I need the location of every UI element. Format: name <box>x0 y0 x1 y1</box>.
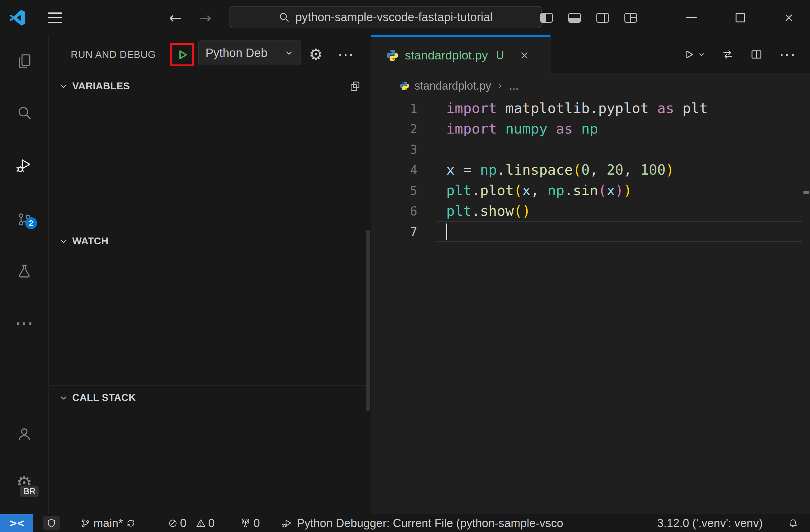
sidebar-title: RUN AND DEBUG <box>71 35 156 74</box>
search-box[interactable]: python-sample-vscode-fastapi-tutorial <box>229 6 541 28</box>
line-number[interactable]: 7 <box>371 225 417 239</box>
notifications-button[interactable] <box>788 514 798 532</box>
vscode-logo-icon <box>9 9 26 27</box>
run-python-file-button[interactable] <box>683 49 706 61</box>
split-editor-icon[interactable] <box>750 48 763 61</box>
watch-section-header[interactable]: WATCH <box>49 229 371 253</box>
git-untracked-marker: U <box>496 49 504 62</box>
search-icon <box>278 12 290 23</box>
code-text <box>437 139 802 160</box>
radio-tower-icon <box>240 518 250 528</box>
source-control-badge: 2 <box>25 217 37 229</box>
more-views-icon[interactable]: ⋯ <box>0 310 48 335</box>
line-number[interactable]: 1 <box>371 101 417 116</box>
shield-icon <box>43 516 60 530</box>
code-line[interactable]: 2import numpy as np <box>371 119 810 139</box>
start-debugging-button[interactable] <box>171 43 194 66</box>
problems-status[interactable]: 0 0 <box>168 514 214 532</box>
overview-ruler-cursor-mark <box>804 191 809 194</box>
chevron-down-icon <box>59 82 68 90</box>
branch-name: main* <box>94 517 123 530</box>
code-line[interactable]: 4x = np.linspace(0, 20, 100) <box>371 160 810 180</box>
debug-more-actions-icon[interactable]: ⋯ <box>338 35 354 74</box>
variables-section-header[interactable]: VARIABLES <box>49 74 371 98</box>
call-stack-section-header[interactable]: CALL STACK <box>49 385 371 410</box>
debug-settings-gear-icon[interactable]: ⚙ <box>309 35 323 74</box>
toggle-secondary-sidebar-icon[interactable] <box>596 13 609 23</box>
python-version-text: 3.12.0 ('.venv': venv) <box>657 517 763 530</box>
search-view-icon[interactable] <box>0 100 48 125</box>
line-number[interactable]: 2 <box>371 122 417 136</box>
remote-icon: >< <box>9 517 24 529</box>
tab-standardplot[interactable]: standardplot.py U <box>371 35 551 74</box>
debug-config-dropdown[interactable]: Python Deb <box>198 40 301 65</box>
text-cursor <box>446 223 447 240</box>
activity-bar: 2 ⋯ ⚙ BR <box>0 35 49 514</box>
error-icon <box>168 519 178 528</box>
close-tab-icon[interactable] <box>519 50 530 61</box>
forward-arrow-icon[interactable]: → <box>198 9 212 27</box>
debugger-status-text: Python Debugger: Current File (python-sa… <box>297 517 563 530</box>
code-text: x = np.linspace(0, 20, 100) <box>437 160 802 180</box>
open-changes-icon[interactable] <box>722 48 734 61</box>
code-area[interactable]: 1import matplotlib.pyplot as plt2import … <box>371 98 810 514</box>
git-branch-icon <box>80 518 90 528</box>
python-file-icon <box>400 81 409 91</box>
editor-actions: ⋯ <box>683 35 810 73</box>
line-number[interactable]: 4 <box>371 163 417 177</box>
call-stack-panel-body <box>49 410 371 514</box>
watch-panel-body <box>49 253 371 385</box>
status-bar: >< main* <box>0 514 810 532</box>
code-line[interactable]: 3 <box>371 139 810 160</box>
breadcrumb-symbols[interactable]: ... <box>509 79 519 93</box>
toggle-sidebar-icon[interactable] <box>540 13 553 23</box>
code-text: import numpy as np <box>437 119 802 139</box>
section-label: CALL STACK <box>72 392 136 403</box>
code-text: plt.plot(x, np.sin(x)) <box>437 180 802 201</box>
testing-icon[interactable] <box>0 259 48 284</box>
source-control-icon[interactable]: 2 <box>0 207 48 232</box>
account-icon[interactable] <box>0 421 48 446</box>
chevron-right-icon <box>496 82 504 90</box>
editor-more-actions-icon[interactable]: ⋯ <box>779 46 796 63</box>
chevron-down-icon <box>59 394 68 402</box>
ports-status[interactable]: 0 <box>240 514 260 532</box>
customize-layout-icon[interactable] <box>625 13 637 23</box>
explorer-icon[interactable] <box>0 49 48 73</box>
editor-group: standardplot.py U <box>371 35 810 514</box>
menu-icon[interactable] <box>48 13 62 23</box>
maximize-button[interactable] <box>731 0 749 35</box>
code-text: import matplotlib.pyplot as plt <box>437 98 802 119</box>
line-number[interactable]: 6 <box>371 204 417 218</box>
breadcrumbs: standardplot.py ... <box>371 74 810 98</box>
close-button[interactable] <box>779 0 798 35</box>
breadcrumb-file[interactable]: standardplot.py <box>415 79 491 93</box>
code-line[interactable]: 6plt.show() <box>371 201 810 221</box>
settings-gear-icon[interactable]: ⚙ BR <box>0 470 48 495</box>
code-line[interactable]: 5plt.plot(x, np.sin(x)) <box>371 180 810 201</box>
chevron-down-icon <box>698 51 706 58</box>
line-number[interactable]: 3 <box>371 143 417 156</box>
copy-icon[interactable] <box>349 80 361 92</box>
run-and-debug-icon[interactable] <box>0 153 48 178</box>
tab-label: standardplot.py <box>405 49 488 62</box>
profile-badge: BR <box>19 485 39 498</box>
code-line[interactable]: 7 <box>371 221 810 242</box>
chevron-down-icon <box>284 48 294 57</box>
section-label: VARIABLES <box>72 80 130 92</box>
python-interpreter-status[interactable]: 3.12.0 ('.venv': venv) <box>657 514 763 532</box>
back-arrow-icon[interactable]: ← <box>168 9 182 27</box>
python-file-icon <box>386 49 399 62</box>
sidebar-scrollbar[interactable] <box>366 230 370 411</box>
line-number[interactable]: 5 <box>371 184 417 198</box>
variables-panel-body <box>49 98 371 229</box>
run-and-debug-sidebar: RUN AND DEBUG Python Deb ⚙ ⋯ <box>49 35 371 514</box>
workspace-trust-button[interactable] <box>43 514 60 532</box>
remote-indicator[interactable]: >< <box>0 514 33 532</box>
code-line[interactable]: 1import matplotlib.pyplot as plt <box>371 98 810 119</box>
minimize-button[interactable] <box>682 0 701 35</box>
toggle-panel-icon[interactable] <box>568 13 581 23</box>
git-branch-status[interactable]: main* <box>80 514 135 532</box>
debugger-status[interactable]: Python Debugger: Current File (python-sa… <box>282 514 634 532</box>
vscode-window: ← → python-sample-vscode-fastapi-tutoria… <box>0 0 810 532</box>
